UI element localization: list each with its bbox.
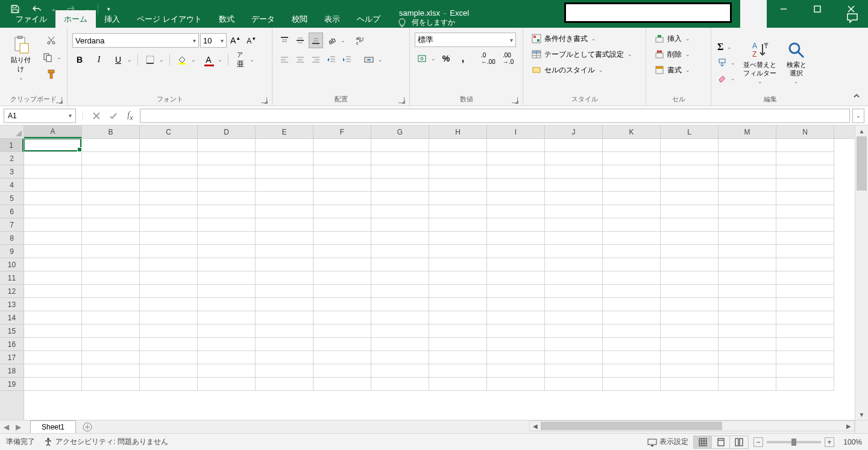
cell[interactable] <box>371 218 429 232</box>
vertical-scrollbar[interactable]: ▲ ▼ <box>855 125 868 420</box>
cell[interactable] <box>371 271 429 285</box>
cell[interactable] <box>776 245 834 258</box>
cell[interactable] <box>140 232 198 245</box>
cell[interactable] <box>487 205 545 218</box>
fill-button[interactable]: ⌄ <box>716 55 737 70</box>
cell[interactable] <box>661 152 719 165</box>
cell[interactable] <box>256 205 313 218</box>
cell[interactable] <box>82 245 140 258</box>
cell[interactable] <box>487 179 545 192</box>
cell[interactable] <box>24 298 82 311</box>
cell[interactable] <box>198 311 256 325</box>
cell[interactable] <box>661 258 719 271</box>
cell[interactable] <box>198 179 256 192</box>
cell[interactable] <box>82 351 140 364</box>
cell[interactable] <box>719 351 776 364</box>
cell[interactable] <box>198 139 256 152</box>
cell[interactable] <box>487 258 545 271</box>
cell[interactable] <box>140 258 198 271</box>
cell[interactable] <box>487 325 545 338</box>
cell[interactable] <box>776 232 834 245</box>
cell[interactable] <box>776 271 834 285</box>
cell[interactable] <box>313 245 371 258</box>
cell[interactable] <box>371 139 429 152</box>
cell[interactable] <box>313 165 371 179</box>
cell[interactable] <box>719 378 776 391</box>
row-header[interactable]: 9 <box>0 245 24 258</box>
cell[interactable] <box>545 245 603 258</box>
cell[interactable] <box>545 139 603 152</box>
cell[interactable] <box>603 298 661 311</box>
cell[interactable] <box>371 364 429 378</box>
cell[interactable] <box>545 351 603 364</box>
cell[interactable] <box>371 179 429 192</box>
cell[interactable] <box>776 205 834 218</box>
cell[interactable] <box>198 338 256 351</box>
cell[interactable] <box>487 271 545 285</box>
sort-filter-button[interactable]: AZ 並べ替えと フィルター⌄ <box>740 39 780 85</box>
tab-home[interactable]: ホーム <box>55 10 96 28</box>
cell[interactable] <box>198 351 256 364</box>
paste-button[interactable]: 貼り付け ⌄ <box>5 34 37 82</box>
cell[interactable] <box>661 364 719 378</box>
horizontal-scrollbar[interactable]: ◀ ▶ <box>529 420 855 431</box>
font-size-combo[interactable]: 10▾ <box>200 33 227 48</box>
select-all-corner[interactable] <box>0 125 24 139</box>
cell[interactable] <box>719 364 776 378</box>
cell[interactable] <box>429 165 487 179</box>
cell[interactable] <box>198 325 256 338</box>
cell[interactable] <box>313 298 371 311</box>
column-header[interactable]: K <box>603 125 661 138</box>
cell[interactable] <box>603 271 661 285</box>
number-format-combo[interactable]: 標準▾ <box>415 33 516 47</box>
cell[interactable] <box>82 364 140 378</box>
cell[interactable] <box>719 325 776 338</box>
autosum-button[interactable]: Σ⌄ <box>716 40 737 54</box>
align-middle[interactable] <box>293 33 307 48</box>
cell[interactable] <box>313 179 371 192</box>
cell[interactable] <box>661 285 719 298</box>
cell[interactable] <box>603 218 661 232</box>
zoom-level[interactable]: 100% <box>838 438 862 446</box>
cell[interactable] <box>776 218 834 232</box>
cell[interactable] <box>776 192 834 205</box>
cell[interactable] <box>776 165 834 179</box>
cell[interactable] <box>429 258 487 271</box>
cell[interactable] <box>429 179 487 192</box>
cell[interactable] <box>545 152 603 165</box>
scroll-left[interactable]: ◀ <box>530 423 541 429</box>
row-header[interactable]: 8 <box>0 232 24 245</box>
cell[interactable] <box>198 205 256 218</box>
tab-review[interactable]: 校閲 <box>283 10 316 28</box>
cell[interactable] <box>487 338 545 351</box>
merge-dropdown[interactable]: ⌄ <box>377 57 383 63</box>
cell[interactable] <box>603 311 661 325</box>
cell[interactable] <box>661 245 719 258</box>
cell[interactable] <box>429 192 487 205</box>
clipboard-dialog-launcher[interactable] <box>56 97 62 103</box>
cell[interactable] <box>776 258 834 271</box>
cell[interactable] <box>661 165 719 179</box>
cancel-formula[interactable] <box>89 109 104 123</box>
cell[interactable] <box>429 364 487 378</box>
column-header[interactable]: C <box>140 125 198 138</box>
cell[interactable] <box>603 351 661 364</box>
cell[interactable] <box>198 232 256 245</box>
cell[interactable] <box>545 165 603 179</box>
cell[interactable] <box>198 271 256 285</box>
bold-button[interactable]: B <box>72 52 87 68</box>
cell[interactable] <box>487 285 545 298</box>
cell[interactable] <box>719 258 776 271</box>
cell[interactable] <box>256 351 313 364</box>
cell[interactable] <box>24 192 82 205</box>
cell[interactable] <box>256 192 313 205</box>
cell[interactable] <box>140 338 198 351</box>
cell[interactable] <box>776 364 834 378</box>
cell[interactable] <box>256 338 313 351</box>
tab-help[interactable]: ヘルプ <box>348 10 389 28</box>
cell[interactable] <box>256 311 313 325</box>
cell[interactable] <box>140 351 198 364</box>
cell[interactable] <box>313 338 371 351</box>
row-header[interactable]: 15 <box>0 325 24 338</box>
cell[interactable] <box>603 179 661 192</box>
